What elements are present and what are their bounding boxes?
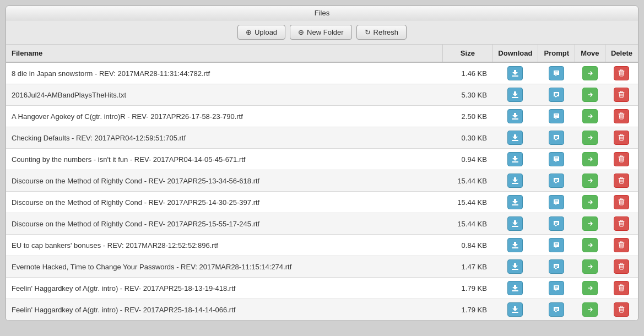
move-cell bbox=[575, 213, 605, 235]
download-button[interactable] bbox=[507, 259, 523, 274]
delete-cell bbox=[605, 127, 638, 149]
move-button[interactable] bbox=[582, 281, 598, 295]
delete-button[interactable] bbox=[614, 195, 629, 209]
download-button[interactable] bbox=[507, 302, 523, 317]
download-button[interactable] bbox=[507, 109, 523, 123]
delete-button[interactable] bbox=[614, 259, 629, 274]
download-button[interactable] bbox=[507, 216, 523, 231]
download-button[interactable] bbox=[507, 88, 523, 102]
move-button[interactable] bbox=[582, 88, 598, 102]
svg-rect-24 bbox=[512, 204, 518, 205]
delete-button[interactable] bbox=[614, 131, 629, 145]
delete-button[interactable] bbox=[614, 152, 629, 166]
delete-button[interactable] bbox=[614, 66, 629, 80]
delete-cell bbox=[605, 278, 638, 299]
table-row: 2016Jul24-AMBandPlaysTheHits.txt5.30 KB bbox=[6, 84, 638, 106]
prompt-button[interactable] bbox=[549, 131, 564, 145]
new-folder-icon: ⊕ bbox=[298, 28, 304, 36]
move-cell bbox=[575, 84, 605, 106]
file-name-cell: 2016Jul24-AMBandPlaysTheHits.txt bbox=[6, 84, 443, 106]
file-size-cell: 15.44 KB bbox=[443, 192, 493, 213]
delete-button[interactable] bbox=[614, 216, 629, 231]
download-button[interactable] bbox=[507, 131, 523, 145]
prompt-cell bbox=[538, 256, 575, 278]
move-button[interactable] bbox=[582, 66, 598, 80]
delete-button[interactable] bbox=[614, 109, 629, 123]
file-size-cell: 1.46 KB bbox=[443, 62, 493, 84]
download-button[interactable] bbox=[507, 174, 523, 188]
move-button[interactable] bbox=[582, 259, 598, 274]
file-size-cell: 5.30 KB bbox=[443, 84, 493, 106]
move-cell bbox=[575, 299, 605, 321]
move-button[interactable] bbox=[582, 238, 598, 252]
files-panel: Files ⊕ Upload ⊕ New Folder ↻ Refresh Fi… bbox=[6, 6, 638, 321]
prompt-button[interactable] bbox=[549, 88, 564, 102]
delete-cell bbox=[605, 170, 638, 192]
move-cell bbox=[575, 170, 605, 192]
move-button[interactable] bbox=[582, 131, 598, 145]
download-cell bbox=[493, 127, 538, 149]
download-cell bbox=[493, 299, 538, 321]
new-folder-button[interactable]: ⊕ New Folder bbox=[290, 25, 351, 40]
svg-rect-8 bbox=[512, 118, 518, 120]
file-name-cell: Discourse on the Method of Rightly Cond … bbox=[6, 192, 443, 213]
delete-button[interactable] bbox=[614, 281, 629, 295]
svg-rect-0 bbox=[512, 75, 518, 77]
download-button[interactable] bbox=[507, 281, 523, 295]
delete-cell bbox=[605, 84, 638, 106]
files-table-wrapper: Filename Size Download Prompt Move Delet… bbox=[6, 45, 638, 321]
download-button[interactable] bbox=[507, 152, 523, 166]
files-table: Filename Size Download Prompt Move Delet… bbox=[6, 45, 638, 321]
refresh-icon: ↻ bbox=[365, 28, 371, 36]
move-button[interactable] bbox=[582, 109, 598, 123]
file-size-cell: 1.79 KB bbox=[443, 278, 493, 299]
file-size-cell: 0.84 KB bbox=[443, 235, 493, 256]
file-size-cell: 15.44 KB bbox=[443, 170, 493, 192]
panel-title: Files bbox=[6, 6, 638, 20]
move-button[interactable] bbox=[582, 216, 598, 231]
table-row: Discourse on the Method of Rightly Cond … bbox=[6, 192, 638, 213]
delete-button[interactable] bbox=[614, 174, 629, 188]
file-name-cell: A Hangover Agokey of C(gtr. intro)R - RE… bbox=[6, 106, 443, 127]
delete-cell bbox=[605, 62, 638, 84]
table-row: Evernote Hacked, Time to Change Your Pas… bbox=[6, 256, 638, 278]
download-button[interactable] bbox=[507, 195, 523, 209]
prompt-button[interactable] bbox=[549, 109, 564, 123]
prompt-button[interactable] bbox=[549, 152, 564, 166]
file-name-cell: Evernote Hacked, Time to Change Your Pas… bbox=[6, 256, 443, 278]
prompt-cell bbox=[538, 299, 575, 321]
move-button[interactable] bbox=[582, 152, 598, 166]
download-cell bbox=[493, 170, 538, 192]
prompt-button[interactable] bbox=[549, 195, 564, 209]
file-name-cell: Discourse on the Method of Rightly Cond … bbox=[6, 213, 443, 235]
delete-cell bbox=[605, 213, 638, 235]
delete-cell bbox=[605, 256, 638, 278]
file-size-cell: 0.94 KB bbox=[443, 149, 493, 170]
move-cell bbox=[575, 278, 605, 299]
prompt-button[interactable] bbox=[549, 281, 564, 295]
move-cell bbox=[575, 62, 605, 84]
prompt-button[interactable] bbox=[549, 238, 564, 252]
table-row: EU to cap bankers' bonuses - REV: 2017MA… bbox=[6, 235, 638, 256]
delete-button[interactable] bbox=[614, 302, 629, 317]
prompt-button[interactable] bbox=[549, 174, 564, 188]
download-cell bbox=[493, 278, 538, 299]
move-cell bbox=[575, 256, 605, 278]
table-row: Feelin' Haggardkey of A(gtr. intro) - RE… bbox=[6, 278, 638, 299]
prompt-cell bbox=[538, 192, 575, 213]
delete-button[interactable] bbox=[614, 88, 629, 102]
move-button[interactable] bbox=[582, 195, 598, 209]
download-cell bbox=[493, 84, 538, 106]
prompt-button[interactable] bbox=[549, 302, 564, 317]
prompt-button[interactable] bbox=[549, 259, 564, 274]
move-button[interactable] bbox=[582, 174, 598, 188]
move-button[interactable] bbox=[582, 302, 598, 317]
delete-button[interactable] bbox=[614, 238, 629, 252]
file-size-cell: 1.47 KB bbox=[443, 256, 493, 278]
upload-button[interactable]: ⊕ Upload bbox=[237, 25, 285, 40]
download-button[interactable] bbox=[507, 66, 523, 80]
prompt-button[interactable] bbox=[549, 66, 564, 80]
prompt-button[interactable] bbox=[549, 216, 564, 231]
refresh-button[interactable]: ↻ Refresh bbox=[356, 25, 407, 40]
download-button[interactable] bbox=[507, 238, 523, 252]
